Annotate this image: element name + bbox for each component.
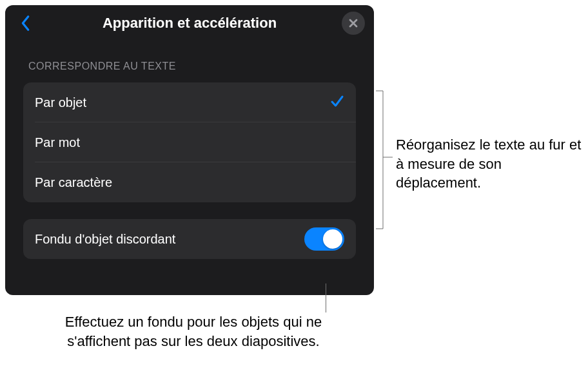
callout-bracket [375,90,393,229]
toggle-group: Fondu d'objet discordant [23,219,356,259]
option-label: Par objet [35,95,86,110]
option-par-objet[interactable]: Par objet [23,82,356,122]
panel-title: Apparition et accélération [37,15,342,32]
settings-panel: Apparition et accélération CORRESPONDRE … [5,5,374,295]
option-label: Par mot [35,135,80,150]
text-match-options: Par objet Par mot Par caractère [23,82,356,202]
callout-text-delivery: Réorganisez le texte au fur et à mesure … [396,135,583,193]
panel-header: Apparition et accélération [5,5,374,41]
callout-line [326,283,326,312]
close-button[interactable] [342,12,365,35]
section-header: CORRESPONDRE AU TEXTE [5,41,374,79]
fade-unmatched-toggle[interactable] [304,227,344,251]
option-label: Par caractère [35,175,112,190]
chevron-left-icon [20,15,32,32]
switch-knob [323,229,342,249]
checkmark-icon [330,94,344,111]
option-par-caractere[interactable]: Par caractère [23,162,356,202]
callout-fade-unmatched: Effectuez un fondu pour les objets qui n… [58,312,329,350]
option-par-mot[interactable]: Par mot [23,122,356,162]
fade-unmatched-row: Fondu d'objet discordant [23,219,356,259]
back-button[interactable] [14,12,37,35]
close-icon [348,18,358,28]
toggle-label: Fondu d'objet discordant [35,232,175,247]
